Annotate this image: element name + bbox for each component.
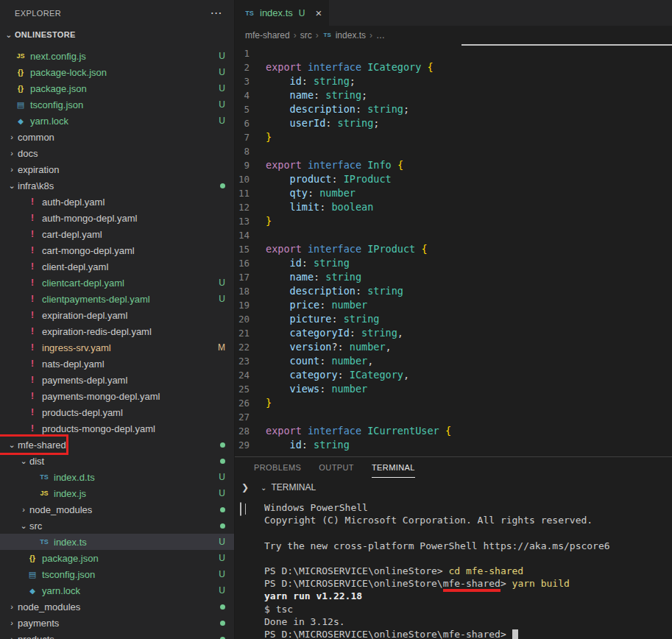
tree-file-package-json[interactable]: {}package.jsonU <box>0 550 234 566</box>
tree-folder-docs[interactable]: ›docs <box>0 145 234 161</box>
line-number: 2 <box>235 60 266 74</box>
yaml-file-icon: ! <box>26 342 38 353</box>
tree-file-index-ts[interactable]: TSindex.tsU <box>0 534 234 550</box>
panel-tab-terminal[interactable]: TERMINAL <box>372 457 415 478</box>
line-number: 9 <box>235 158 266 172</box>
tree-item-label: mfe-shared <box>18 439 66 451</box>
line-number: 26 <box>235 396 266 410</box>
yaml-file-icon: ! <box>26 261 38 272</box>
code-line: 23 count: number, <box>235 354 672 368</box>
code-line: 14 <box>235 228 672 242</box>
code-editor[interactable]: 12export interface ICategory {3 id: stri… <box>235 44 672 456</box>
tree-file-client-depl-yaml[interactable]: !client-depl.yaml <box>0 258 234 275</box>
breadcrumb-item[interactable]: src <box>300 30 312 40</box>
line-number: 19 <box>235 298 266 312</box>
tree-item-label: expiration <box>18 164 59 175</box>
code-line: 26} <box>235 396 672 410</box>
code-line: 5 description: string; <box>235 102 672 116</box>
json-file-icon: {} <box>26 554 38 562</box>
more-actions-icon[interactable]: ⋯ <box>211 10 222 17</box>
tree-file-products-depl-yaml[interactable]: !products-depl.yaml <box>0 404 234 420</box>
tree-file-cart-mongo-depl-yaml[interactable]: !cart-mongo-depl.yaml <box>0 242 234 258</box>
tree-folder-expiration[interactable]: ›expiration <box>0 161 234 177</box>
tree-file-cart-depl-yaml[interactable]: !cart-depl.yaml <box>0 226 234 242</box>
yaml-file-icon: ! <box>26 423 38 434</box>
tree-folder-common[interactable]: ›common <box>0 129 234 145</box>
tree-file-package-lock-json[interactable]: {}package-lock.jsonU <box>0 64 234 80</box>
editor-area: TS index.ts U × mfe-shared›src›TSindex.t… <box>235 0 672 639</box>
tree-folder-src[interactable]: ⌄src <box>0 518 234 534</box>
tree-folder-node-modules[interactable]: ›node_modules <box>0 599 234 615</box>
tree-file-clientpayments-depl-yaml[interactable]: !clientpayments-depl.yamlU <box>0 291 234 307</box>
tree-file-products-mongo-depl-yaml[interactable]: !products-mongo-depl.yaml <box>0 420 234 437</box>
breadcrumb-item[interactable]: TSindex.ts <box>322 30 366 40</box>
tree-file-clientcart-depl-yaml[interactable]: !clientcart-depl.yamlU <box>0 275 234 291</box>
chevron-down-icon: ⌄ <box>3 30 15 40</box>
code-line: 2export interface ICategory { <box>235 60 672 74</box>
bottom-panel: PROBLEMSOUTPUTTERMINAL ❯ ⌄ TERMINAL Wind… <box>235 456 672 639</box>
git-status-badge: U <box>219 585 225 596</box>
tree-file-nats-depl-yaml[interactable]: !nats-depl.yaml <box>0 356 234 372</box>
tree-file-yarn-lock[interactable]: ◆yarn.lockU <box>0 113 234 129</box>
tree-folder-products[interactable]: ›products <box>0 631 234 639</box>
tree-file-next-config-js[interactable]: JSnext.config.jsU <box>0 48 234 64</box>
terminal-text: Done in 3.12s. <box>264 616 345 627</box>
tree-file-payments-depl-yaml[interactable]: !payments-depl.yaml <box>0 372 234 388</box>
tree-file-auth-mongo-depl-yaml[interactable]: !auth-mongo-depl.yaml <box>0 210 234 226</box>
yaml-file-icon: ! <box>26 213 38 223</box>
yaml-file-icon: ! <box>26 310 38 320</box>
tree-folder-mfe-shared[interactable]: ⌄mfe-shared <box>0 437 234 453</box>
tree-item-label: docs <box>18 148 38 159</box>
tree-file-index-d-ts[interactable]: TSindex.d.tsU <box>0 469 234 485</box>
git-status-badge: U <box>219 67 225 77</box>
ts-file-icon: TS <box>244 10 255 17</box>
tree-item-label: payments-depl.yaml <box>42 375 127 386</box>
terminal-dropdown[interactable]: ⌄ TERMINAL <box>261 482 316 493</box>
tree-folder-dist[interactable]: ⌄dist <box>0 453 234 469</box>
tab-index-ts[interactable]: TS index.ts U × <box>235 0 329 26</box>
tree-file-auth-depl-yaml[interactable]: !auth-depl.yaml <box>0 194 234 210</box>
json-file-icon: {} <box>15 68 26 77</box>
tree-item-label: index.d.ts <box>54 472 95 483</box>
tree-folder-infra-k8s[interactable]: ⌄infra\k8s <box>0 177 234 194</box>
line-number: 1 <box>235 46 266 60</box>
tree-file-payments-mongo-depl-yaml[interactable]: !payments-mongo-depl.yaml <box>0 388 234 404</box>
terminal-output[interactable]: Windows PowerShellCopyright (C) Microsof… <box>264 497 672 639</box>
section-onlinestore[interactable]: ⌄ ONLINESTORE <box>0 26 234 43</box>
panel-tab-output[interactable]: OUTPUT <box>319 457 354 478</box>
ts-file-icon: TS <box>38 473 50 481</box>
terminal-line <box>264 526 672 539</box>
tree-item-label: infra\k8s <box>18 180 54 191</box>
tree-file-tsconfig-json[interactable]: ▤tsconfig.jsonU <box>0 96 234 113</box>
section-label: ONLINESTORE <box>15 30 76 39</box>
close-icon[interactable]: × <box>315 7 322 19</box>
panel-tab-problems[interactable]: PROBLEMS <box>254 457 301 478</box>
tree-file-tsconfig-json[interactable]: ▤tsconfig.jsonU <box>0 566 234 582</box>
tree-folder-payments[interactable]: ›payments <box>0 615 234 631</box>
code-line: 6 userId: string; <box>235 116 672 130</box>
terminal-cursor <box>512 629 518 639</box>
breadcrumb-item[interactable]: mfe-shared <box>245 30 290 40</box>
tree-file-package-json[interactable]: {}package.jsonU <box>0 80 234 96</box>
line-number: 23 <box>235 354 266 368</box>
tree-file-expiration-depl-yaml[interactable]: !expiration-depl.yaml <box>0 307 234 323</box>
code-line: 7} <box>235 130 672 144</box>
git-status-badge: U <box>219 472 225 482</box>
tsconfig-file-icon: ▤ <box>26 570 38 579</box>
tree-file-ingress-srv-yaml[interactable]: !ingress-srv.yamlM <box>0 339 234 356</box>
tree-file-yarn-lock[interactable]: ◆yarn.lockU <box>0 582 234 599</box>
split-terminal-icon[interactable] <box>240 502 241 516</box>
breadcrumb-item[interactable]: … <box>376 30 385 40</box>
terminal-line: Done in 3.12s. <box>264 615 672 628</box>
code-line: 17 name: string <box>235 270 672 284</box>
code-line: 10 product: IProduct <box>235 172 672 186</box>
breadcrumb-label: index.ts <box>336 30 366 40</box>
tree-file-expiration-redis-depl-yaml[interactable]: !expiration-redis-depl.yaml <box>0 323 234 339</box>
tab-label: index.ts <box>260 7 293 18</box>
git-status-badge: U <box>299 8 305 18</box>
tree-item-label: auth-depl.yaml <box>42 197 105 208</box>
terminal-line <box>264 552 672 565</box>
tree-item-label: next.config.js <box>30 51 86 62</box>
tree-folder-node-modules[interactable]: ›node_modules <box>0 501 234 518</box>
tree-file-index-js[interactable]: JSindex.jsU <box>0 485 234 501</box>
